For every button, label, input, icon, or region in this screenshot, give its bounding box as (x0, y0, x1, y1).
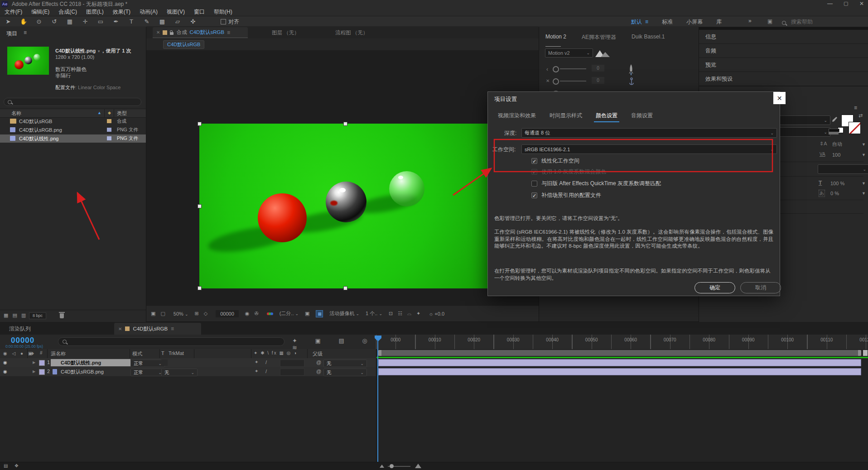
work-area-start-handle[interactable] (378, 350, 381, 356)
pickwhip-icon[interactable]: @ (316, 360, 321, 365)
workspace-tab[interactable]: 小屏幕 (686, 18, 703, 26)
tool-icon[interactable]: ▦ (64, 17, 75, 26)
quality-icon[interactable]: ✦ (255, 360, 258, 364)
leading-select[interactable]: 自动▼ (829, 140, 868, 149)
parent-select[interactable]: 无⌄ (323, 369, 367, 376)
exposure-control[interactable]: ☼ +0.0 (429, 311, 444, 317)
selection-handle[interactable] (198, 204, 202, 208)
menu-item[interactable]: 帮助(H) (209, 8, 237, 16)
maximize-button[interactable]: ▢ (844, 0, 848, 6)
slider2-knob[interactable] (553, 78, 559, 85)
timeline-bottom-icons[interactable]: ▤ ✥ (4, 463, 21, 468)
collapsed-panel-tab[interactable]: 音频 (699, 44, 868, 58)
tool-icon[interactable]: ✛ (80, 17, 91, 26)
column-parent[interactable]: 父级 (313, 350, 323, 357)
script-tab[interactable]: AE脚本管理器 (582, 34, 616, 47)
transparency-grid-icon[interactable]: ▦ (316, 310, 323, 317)
tool-icon[interactable]: ✎ (141, 17, 152, 26)
render-queue-tab[interactable]: 渲染队列 (9, 325, 31, 333)
expand-arrow-icon[interactable]: ▶ (33, 369, 35, 374)
collapsed-panel-tab[interactable]: 信息 (699, 30, 868, 44)
viewer-tab-layer[interactable]: 图层 （无） (272, 29, 299, 36)
slider2-value[interactable]: 0 (592, 77, 604, 84)
tag-icon[interactable]: ◆ (108, 110, 111, 115)
track-area[interactable] (376, 349, 868, 462)
slider2-track[interactable] (560, 81, 586, 82)
view-count-select[interactable]: 1 个.. ⌄ (366, 310, 382, 317)
close-button[interactable]: ✕ (859, 0, 864, 7)
stroke-style-select[interactable]: ⌄ (818, 164, 868, 174)
workspace-tab[interactable]: 默认 (631, 18, 648, 26)
slider1-knob[interactable] (553, 66, 559, 72)
rocket-icon[interactable] (628, 64, 634, 76)
help-search-input[interactable]: 搜索帮助 (791, 18, 813, 26)
expand-arrow-icon[interactable]: ▶ (33, 360, 35, 364)
depth-select[interactable]: 每通道 8 位⌄ (521, 128, 777, 138)
script-tab[interactable]: Duik Bassel.1 (632, 34, 665, 47)
tsume-select[interactable]: 0 %▼ (828, 189, 868, 197)
dialog-close-button[interactable]: ✕ (773, 92, 786, 104)
workspace-select[interactable]: sRGB IEC61966-2.1⌄ (521, 144, 777, 154)
layer-name-selected[interactable]: C4D默认线性.png (51, 359, 130, 366)
viewer-canvas[interactable] (146, 50, 539, 305)
menu-item[interactable]: 文件(F) (0, 8, 27, 16)
ok-button[interactable]: 确定 (694, 282, 735, 293)
dialog-tab[interactable]: 音频设置 (631, 112, 653, 122)
pickwhip-icon[interactable]: @ (316, 369, 321, 374)
bit-depth-badge[interactable]: 8 bpc (29, 312, 46, 319)
project-row-comp[interactable]: C4D默认sRGB 合成 (0, 117, 146, 125)
menu-item[interactable]: 视图(V) (162, 8, 189, 16)
project-search-field[interactable] (4, 98, 141, 106)
tool-icon[interactable]: ↺ (49, 17, 60, 26)
layer-row-1[interactable]: ◉ ▶ 1 C4D默认线性.png 正常⌄ ✦ / @ 无⌄ (0, 358, 376, 368)
close-tab-icon[interactable]: ✕ (156, 30, 160, 35)
snap-checkbox[interactable] (221, 19, 226, 24)
stock-icon[interactable]: ▣ (767, 18, 772, 24)
trkmat-empty-box[interactable] (161, 360, 168, 366)
timeline-search-field[interactable] (58, 337, 285, 346)
cancel-button[interactable]: 取消 (740, 282, 781, 293)
layer-bar-2[interactable] (378, 368, 861, 375)
quality-slash-icon[interactable]: / (265, 369, 267, 374)
collapsed-panel-tab[interactable]: 效果和预设 (699, 72, 868, 86)
layer-color-chip[interactable] (39, 360, 45, 366)
tab-menu-icon[interactable]: ≡ (171, 326, 174, 332)
layer-bar-1[interactable] (378, 359, 861, 366)
work-area-end-handle[interactable] (858, 350, 861, 356)
viewer-left-icons[interactable]: ▣ ▢ (151, 311, 167, 317)
composition-image[interactable] (199, 124, 490, 288)
quicktime-gamma-checkbox-row[interactable]: 与旧版 After Effects QuickTime 灰度系数调整匹配 (531, 180, 661, 187)
project-row-png2-selected[interactable]: C4D默认线性.png PNG 文件 (0, 134, 146, 143)
channel-icon[interactable] (267, 312, 273, 315)
eye-icon[interactable]: ◉ (3, 360, 7, 365)
viewer-right-icons[interactable]: ⊡ ☷ ⌓ ✦ (389, 311, 422, 317)
zoom-select[interactable]: 50% ⌄ (174, 311, 188, 317)
selection-handle[interactable] (343, 286, 347, 290)
script-tab[interactable]: Motion 2 (545, 34, 566, 47)
workspace-tab[interactable]: 标准 (662, 18, 673, 26)
timeline-active-tab[interactable]: ✕ C4D默认sRGB ≡ (114, 323, 201, 335)
column-source-name[interactable]: 源名称 (51, 350, 66, 357)
roi-icon[interactable]: ▣ (305, 311, 309, 317)
sort-up-icon[interactable]: ▲ (97, 110, 101, 115)
blend-mode-select[interactable]: 正常⌄ (130, 360, 165, 367)
hscale-select[interactable]: 100 %▼ (828, 179, 868, 187)
selection-handle[interactable] (343, 122, 347, 126)
tool-icon[interactable]: ⊙ (34, 17, 44, 26)
parent-select[interactable]: 无⌄ (323, 360, 367, 367)
current-frame-display[interactable]: 00000 (11, 336, 34, 345)
panel-menu-icon[interactable]: ≡ (24, 29, 27, 36)
preset-select[interactable]: Motion v2⌄ (545, 48, 593, 58)
delete-icon[interactable] (60, 313, 64, 318)
column-type[interactable]: 类型 (117, 110, 127, 117)
tool-icon[interactable]: ➤ (3, 17, 14, 26)
menu-item[interactable]: 图层(L) (82, 8, 108, 16)
menu-item[interactable]: 窗口 (189, 8, 209, 16)
viewer-tab-flowchart[interactable]: 流程图 （无） (335, 29, 368, 36)
swap-colors-icon[interactable]: ⇄ (858, 113, 863, 119)
project-row-png1[interactable]: C4D默认sRGB.png PNG 文件 (0, 126, 146, 134)
resolution-select[interactable]: (二分.. ⌄ (280, 310, 299, 317)
menu-item[interactable]: 效果(T) (108, 8, 135, 16)
time-ruler[interactable]: 0000000100002000030000400005000060000700… (376, 335, 868, 350)
column-name[interactable]: 名称 (11, 110, 21, 117)
